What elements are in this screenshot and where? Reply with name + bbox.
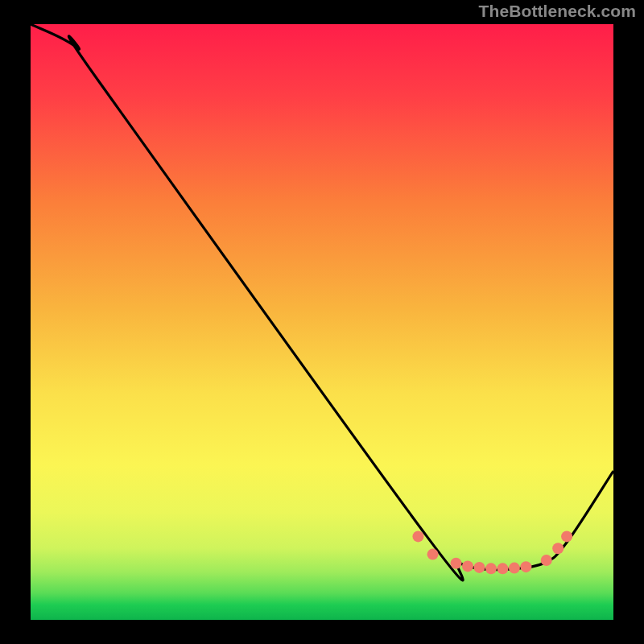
marker-dot bbox=[412, 530, 423, 542]
marker-dot bbox=[541, 555, 552, 566]
chart-container: { "watermark": "TheBottleneck.com", "col… bbox=[0, 0, 644, 644]
marker-dot bbox=[552, 543, 564, 554]
marker-dot bbox=[497, 563, 508, 574]
marker-dot bbox=[473, 562, 485, 573]
marker-dot bbox=[451, 558, 462, 569]
bottleneck-chart bbox=[0, 0, 644, 644]
marker-dot bbox=[520, 561, 531, 572]
marker-dot bbox=[427, 549, 439, 560]
marker-dot bbox=[561, 530, 572, 542]
marker-dot bbox=[485, 563, 497, 574]
gradient-plot-area bbox=[31, 24, 613, 620]
watermark: TheBottleneck.com bbox=[479, 2, 636, 21]
marker-dot bbox=[509, 563, 520, 574]
marker-dot bbox=[462, 560, 473, 572]
